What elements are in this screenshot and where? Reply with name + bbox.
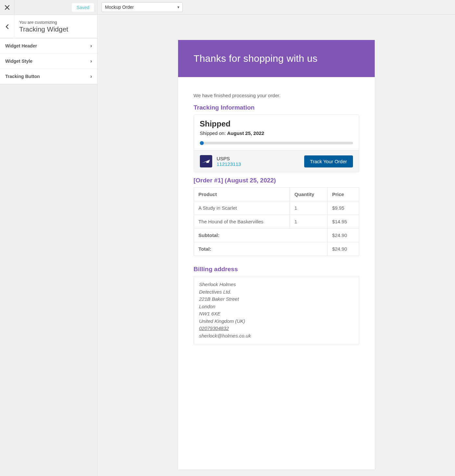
billing-email: sherlock@holmes.co.uk [199, 332, 354, 340]
track-order-button[interactable]: Track Your Order [304, 155, 353, 167]
billing-name: Sherlock Holmes [199, 281, 354, 288]
menu-item-label: Tracking Button [5, 74, 40, 79]
tracking-carrier-row: USPS 112123113 Track Your Order [194, 150, 359, 172]
cell-product: The Hound of the Baskervilles [194, 215, 290, 229]
back-button[interactable] [0, 15, 15, 38]
order-heading: [Order #1] (August 25, 2022) [194, 177, 359, 184]
table-row: The Hound of the Baskervilles 1 $14.95 [194, 215, 359, 229]
sidebar-top: Saved [0, 0, 97, 15]
total-label: Total: [194, 242, 327, 256]
billing-postcode: NW1 6XE [199, 310, 354, 318]
billing-phone-link[interactable]: 02079304832 [199, 325, 354, 332]
email-header-title: Thanks for shopping with us [194, 53, 359, 64]
billing-street: 221B Baker Street [199, 296, 354, 303]
cell-product: A Study in Scarlet [194, 201, 290, 215]
total-value: $24.90 [327, 242, 359, 256]
col-price: Price [327, 188, 359, 201]
intro-text: We have finished processing your order. [194, 93, 359, 98]
cell-price: $9.95 [327, 201, 359, 215]
customizer-sidebar: Saved You are customizing Tracking Widge… [0, 0, 98, 476]
tracking-box: Shipped Shipped on: August 25, 2022 [194, 114, 359, 172]
total-row: Total: $24.90 [194, 242, 359, 256]
billing-heading: Billing address [194, 266, 359, 273]
panel-title: Tracking Widget [19, 25, 68, 33]
saved-badge: Saved [72, 3, 94, 12]
shipped-on-date: August 25, 2022 [227, 130, 264, 136]
usps-eagle-icon [202, 158, 211, 164]
tracking-number-link[interactable]: 112123113 [217, 161, 241, 167]
chevron-right-icon: › [90, 73, 92, 79]
billing-city: London [199, 303, 354, 311]
progress-indicator [200, 141, 204, 145]
cell-qty: 1 [290, 215, 328, 229]
panel-header: You are customizing Tracking Widget [0, 15, 97, 38]
chevron-left-icon [6, 24, 9, 29]
close-button[interactable] [0, 0, 15, 15]
tracking-status: Shipped Shipped on: August 25, 2022 [194, 115, 359, 150]
table-header-row: Product Quantity Price [194, 188, 359, 201]
close-icon [5, 5, 9, 10]
subtotal-value: $24.90 [327, 229, 359, 242]
main: Mockup Order ▾ Thanks for shopping with … [98, 0, 455, 476]
table-row: A Study in Scarlet 1 $9.95 [194, 201, 359, 215]
progress-track [200, 142, 353, 144]
carrier-name: USPS [217, 156, 241, 161]
tracking-heading: Tracking Information [194, 104, 359, 111]
billing-company: Detectives Ltd. [199, 288, 354, 296]
carrier-logo [200, 155, 212, 167]
order-selector-value: Mockup Order [101, 2, 183, 12]
email-card: Thanks for shopping with us We have fini… [178, 40, 375, 469]
billing-address: Sherlock Holmes Detectives Ltd. 221B Bak… [194, 276, 359, 344]
chevron-right-icon: › [90, 58, 92, 64]
email-header: Thanks for shopping with us [178, 40, 375, 77]
subtotal-label: Subtotal: [194, 229, 327, 242]
col-product: Product [194, 188, 290, 201]
order-selector[interactable]: Mockup Order ▾ [101, 2, 183, 12]
shipped-on-label: Shipped on: [200, 130, 226, 136]
menu-item-widget-header[interactable]: Widget Header › [0, 38, 97, 54]
subtotal-row: Subtotal: $24.90 [194, 229, 359, 242]
menu-item-tracking-button[interactable]: Tracking Button › [0, 69, 97, 84]
cell-price: $14.95 [327, 215, 359, 229]
email-body: We have finished processing your order. … [178, 77, 375, 360]
menu-item-label: Widget Style [5, 59, 32, 64]
shipped-on-line: Shipped on: August 25, 2022 [200, 130, 353, 136]
menu-item-widget-style[interactable]: Widget Style › [0, 54, 97, 69]
col-quantity: Quantity [290, 188, 328, 201]
main-topbar: Mockup Order ▾ [98, 0, 455, 15]
panel-supertitle: You are customizing [19, 20, 68, 25]
menu-list: Widget Header › Widget Style › Tracking … [0, 38, 97, 84]
cell-qty: 1 [290, 201, 328, 215]
status-title: Shipped [200, 119, 353, 128]
billing-country: United Kingdom (UK) [199, 318, 354, 325]
chevron-right-icon: › [90, 43, 92, 49]
menu-item-label: Widget Header [5, 43, 37, 48]
preview-area: Thanks for shopping with us We have fini… [98, 15, 455, 476]
order-table: Product Quantity Price A Study in Scarle… [194, 187, 359, 256]
